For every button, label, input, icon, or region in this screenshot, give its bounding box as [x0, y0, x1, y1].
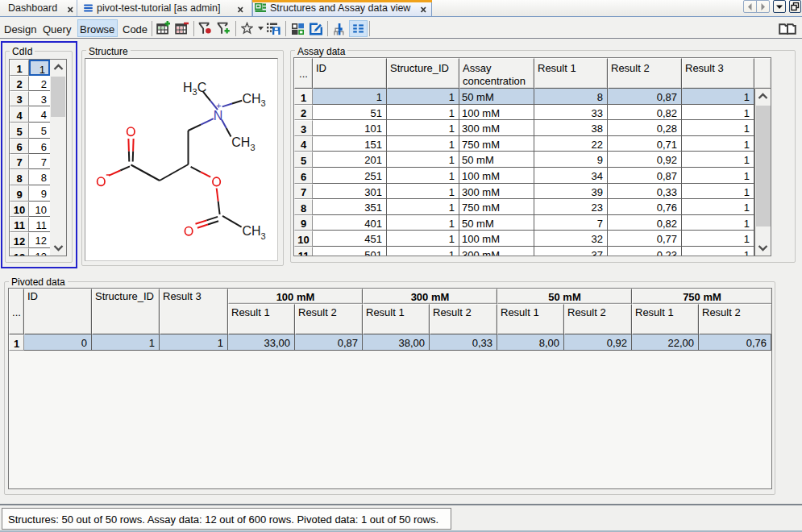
svg-text:H3C: H3C	[183, 81, 206, 98]
svg-text:CH3: CH3	[243, 92, 266, 108]
svg-text:CH3: CH3	[231, 135, 255, 152]
svg-text:N: N	[214, 109, 223, 123]
svg-text:+: +	[216, 101, 221, 110]
svg-text:CH3: CH3	[243, 224, 266, 241]
